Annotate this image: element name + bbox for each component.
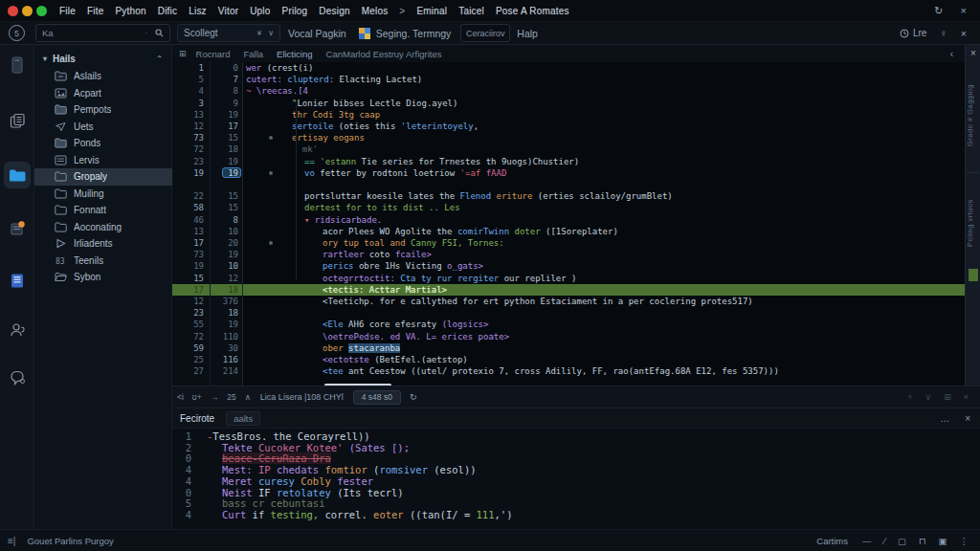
female-icon[interactable]: ♀ xyxy=(940,28,947,38)
traffic-lights xyxy=(0,6,52,16)
menu-item[interactable]: File xyxy=(59,6,76,16)
menu-item[interactable]: Fite xyxy=(87,6,103,16)
debug-icon[interactable]: 25 xyxy=(227,392,235,402)
menu-item[interactable]: Vitor xyxy=(218,6,238,16)
code-line: 7315ertisay eogans xyxy=(172,132,965,143)
sidebar-item-acpart[interactable]: Acpart xyxy=(34,85,172,102)
menu-item[interactable]: Pose A Romates xyxy=(496,6,569,16)
debug-right-icon[interactable]: × xyxy=(964,392,969,402)
code-line: 5930ober stacaranba xyxy=(172,342,965,354)
output-terminal[interactable]: 1-TessBros. the Ceorayrell))2Tekte Cucok… xyxy=(172,429,980,529)
activity-package-icon[interactable] xyxy=(4,214,31,241)
activity-binder-icon[interactable] xyxy=(4,52,31,78)
sidebar-item-aoconating[interactable]: Aoconating xyxy=(34,219,172,236)
debug-icon[interactable]: <i xyxy=(177,392,184,402)
menu-item[interactable]: > xyxy=(399,6,405,16)
sidebar-item-ponds[interactable]: Ponds xyxy=(34,135,172,152)
debug-right-icon[interactable]: ∨ xyxy=(925,392,932,402)
close-icon[interactable]: × xyxy=(961,5,967,16)
sidebar-item-teenils[interactable]: 83Teenils xyxy=(34,253,172,270)
sidebar-item-sybon[interactable]: Sybon xyxy=(34,269,172,286)
code-line: 72110\oetrePedse. ed VA. L= erices poate… xyxy=(172,331,965,342)
sidebar-item-uets[interactable]: Uets xyxy=(34,119,172,136)
debug-icon[interactable]: ∧ xyxy=(245,392,251,402)
sidebar-item-muiling[interactable]: Muiling xyxy=(34,186,172,203)
status-icon[interactable]: ∕ xyxy=(884,536,886,546)
sidebar-item-lervis[interactable]: Lervis xyxy=(34,152,172,169)
code-token: \oetrePedse. ed VA. L= erices poate> xyxy=(323,332,509,342)
activity-chat-icon[interactable] xyxy=(4,364,31,391)
maximize-traffic-button[interactable] xyxy=(36,6,47,16)
code-line: 1512octegrrtoctit: Cta ty rur rergiter o… xyxy=(172,273,965,284)
sidebar-item-pempots[interactable]: Pempots xyxy=(34,101,172,119)
app-logo-icon[interactable]: 5 xyxy=(9,25,25,41)
chevron-left-icon[interactable]: ‹ xyxy=(950,49,953,59)
editor-tab[interactable]: Falla xyxy=(243,49,263,59)
menu-item[interactable]: Design xyxy=(319,6,349,16)
sidebar-item-label: Muiling xyxy=(74,188,104,199)
debug-icon[interactable]: ʊ+ xyxy=(192,392,202,402)
menu-item[interactable]: Eminal xyxy=(416,6,447,16)
search-icon xyxy=(155,29,164,37)
tab-problems[interactable]: aalts xyxy=(226,411,260,426)
more-icon[interactable]: … xyxy=(940,413,949,424)
refresh-icon[interactable]: ↻ xyxy=(410,392,417,402)
tree-root[interactable]: ▾ Hails ⌃ xyxy=(34,51,172,68)
tab-output-active[interactable]: Fecirote xyxy=(180,413,214,424)
vertical-tab-1[interactable]: Grado # Gagging xyxy=(966,62,980,167)
status-icon[interactable]: — xyxy=(862,536,872,546)
menu-item[interactable]: Lisz xyxy=(189,6,207,16)
activity-book-icon[interactable] xyxy=(4,267,31,294)
code-editor[interactable]: 10wer (crest(i)57cutert: clupterd: Elact… xyxy=(172,62,965,386)
close-icon[interactable]: × xyxy=(961,28,967,39)
minimize-traffic-button[interactable] xyxy=(22,6,33,16)
menu-item[interactable]: Prilog xyxy=(282,6,308,16)
terminal-token: eoter xyxy=(373,509,404,520)
menu-item[interactable]: Taicel xyxy=(458,6,484,16)
debug-right-icon[interactable]: + xyxy=(907,392,912,402)
search-input[interactable]: Ka · xyxy=(35,24,170,42)
line-number-b: 7 xyxy=(210,74,238,85)
status-icon[interactable]: ⊓ xyxy=(919,536,925,546)
sidebar-item-label: Ponds xyxy=(74,138,100,148)
editor-tab[interactable]: CanMarlod Eestruy Arfigrites xyxy=(326,49,442,59)
code-line: 12376<Teetichp. for e callythed for ert … xyxy=(172,296,965,307)
live-status[interactable]: Lre xyxy=(900,28,926,38)
sidebar-item-aslails[interactable]: Aslails xyxy=(34,68,172,85)
editor-tab[interactable]: Elicticing xyxy=(277,49,313,59)
menu-icon[interactable]: ≡| xyxy=(8,536,15,546)
code-token: Canny FSI, Tornes: xyxy=(406,238,504,248)
status-icon[interactable]: ▣ xyxy=(939,536,947,546)
settings-menu[interactable]: Seging. Termngy xyxy=(376,28,452,39)
close-icon[interactable]: × xyxy=(966,48,980,58)
config-select[interactable]: Ceraciirov xyxy=(460,24,510,42)
menu-item[interactable]: Melos xyxy=(362,6,389,16)
collapse-icon[interactable]: ⌃ xyxy=(156,55,163,63)
sidebar-item-gropaly[interactable]: Gropaly xyxy=(34,168,172,186)
vertical-tab-2[interactable]: Poling vrtuos xyxy=(966,181,980,265)
code-token: coto xyxy=(364,250,395,259)
activity-person-icon[interactable] xyxy=(4,317,31,343)
terminal-token: Cucoker Kotee' xyxy=(253,442,344,453)
status-icon[interactable]: ⋮ xyxy=(960,536,969,546)
close-traffic-button[interactable] xyxy=(8,6,18,16)
menu-item[interactable]: Uplo xyxy=(250,6,270,16)
terminal-token: Meret xyxy=(222,475,253,487)
editor-tab[interactable]: Rocnard xyxy=(196,49,231,59)
activity-copy-icon[interactable] xyxy=(4,107,31,134)
menu-item[interactable]: Python xyxy=(115,6,145,16)
debug-icon[interactable]: → xyxy=(211,392,219,402)
play-icon xyxy=(55,237,67,250)
sidebar-item-fonnatt[interactable]: Fonnatt xyxy=(34,202,172,219)
plugin-menu[interactable]: Vocal Pagkin xyxy=(288,28,346,39)
activity-folder-icon[interactable] xyxy=(4,162,31,188)
status-icon[interactable]: ▢ xyxy=(898,536,906,546)
terminal-token: retolatey xyxy=(277,487,331,498)
close-icon[interactable]: × xyxy=(965,413,970,424)
sidebar-item-irliadents[interactable]: Irliadents xyxy=(34,235,172,253)
refresh-icon[interactable]: ↻ xyxy=(934,5,943,17)
language-dropdown[interactable]: Scollegt ¥∨ xyxy=(177,24,280,42)
menu-item[interactable]: Dific xyxy=(158,6,177,16)
debug-right-icon[interactable]: ⊞ xyxy=(944,392,951,402)
help-menu[interactable]: Halp xyxy=(517,28,538,39)
